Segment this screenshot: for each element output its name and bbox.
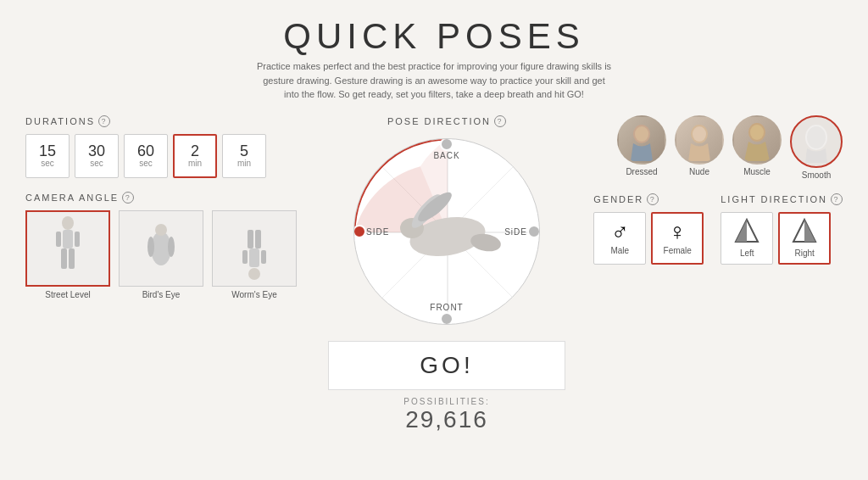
model-dressed[interactable]: Dressed: [617, 115, 666, 180]
possibilities: POSSIBILITIES: 29,616: [403, 397, 489, 433]
gender-light-row: GENDER ? ♂ Male ♀ Female: [580, 193, 843, 265]
main-content: DURATIONS ? 15 sec 30 sec 60 sec 2: [25, 112, 843, 472]
gender-male[interactable]: ♂ Male: [593, 212, 646, 265]
duration-2min[interactable]: 2 min: [173, 134, 217, 178]
camera-street-level[interactable]: Street Level: [25, 210, 110, 299]
durations-label: DURATIONS ?: [25, 115, 314, 127]
svg-point-30: [750, 125, 764, 140]
label-side-left: SIDE: [366, 226, 389, 236]
model-muscle-label: Muscle: [743, 167, 771, 176]
camera-label: CAMERA ANGLE ?: [25, 192, 314, 204]
light-options: Left Right: [721, 212, 843, 265]
svg-point-7: [155, 224, 167, 236]
svg-rect-3: [69, 248, 75, 269]
duration-30sec[interactable]: 30 sec: [75, 134, 119, 178]
possibilities-value: 29,616: [403, 406, 489, 433]
gender-section: GENDER ? ♂ Male ♀ Female: [593, 193, 704, 265]
model-dressed-label: Dressed: [626, 167, 657, 176]
page-title: QUICK POSES: [256, 17, 612, 56]
svg-rect-11: [249, 248, 259, 267]
label-side-right: SiDE: [504, 226, 527, 236]
page-container: QUICK POSES Practice makes perfect and t…: [0, 0, 868, 480]
light-left[interactable]: Left: [721, 212, 773, 265]
svg-point-8: [147, 237, 154, 257]
svg-rect-13: [255, 230, 261, 248]
durations-help[interactable]: ?: [98, 115, 110, 127]
page-subtitle: Practice makes perfect and the best prac…: [256, 59, 612, 102]
model-type-section: Dressed Nude: [580, 115, 843, 180]
svg-rect-1: [63, 230, 73, 248]
svg-point-9: [168, 237, 175, 257]
durations-row: 15 sec 30 sec 60 sec 2 min 5 min: [25, 134, 314, 178]
svg-rect-15: [261, 250, 266, 264]
pose-direction-help[interactable]: ?: [494, 115, 506, 127]
svg-rect-5: [75, 232, 80, 247]
duration-60sec[interactable]: 60 sec: [124, 134, 168, 178]
pose-direction-label: POSE DIRECTION ?: [387, 115, 506, 127]
right-panel: Dressed Nude: [580, 112, 843, 265]
model-smooth[interactable]: Smooth: [790, 115, 843, 180]
model-smooth-label: Smooth: [802, 170, 831, 180]
header: QUICK POSES Practice makes perfect and t…: [256, 17, 612, 102]
gender-label: GENDER ?: [593, 193, 704, 205]
label-back: BACK: [433, 151, 459, 160]
handle-bottom[interactable]: [440, 312, 453, 325]
light-direction-help[interactable]: ?: [831, 193, 843, 205]
svg-rect-12: [248, 230, 253, 248]
svg-point-10: [248, 268, 260, 280]
svg-point-28: [693, 126, 706, 142]
gender-options: ♂ Male ♀ Female: [593, 212, 704, 265]
svg-rect-4: [56, 232, 61, 247]
gender-help[interactable]: ?: [647, 193, 659, 205]
svg-rect-14: [242, 250, 248, 264]
camera-section: CAMERA ANGLE ?: [25, 192, 314, 299]
svg-point-32: [807, 126, 826, 148]
duration-15sec[interactable]: 15 sec: [25, 134, 70, 178]
pose-direction-section: POSE DIRECTION ?: [328, 115, 565, 433]
handle-right[interactable]: [527, 225, 540, 238]
light-section: LIGHT DIRECTION ?: [721, 193, 843, 265]
camera-street-label: Street Level: [45, 290, 90, 299]
go-button[interactable]: GO!: [328, 341, 565, 390]
possibilities-label: POSSIBILITIES:: [403, 397, 489, 406]
svg-point-0: [62, 216, 74, 230]
compass-container: BACK FRONT SIDE SiDE: [349, 134, 544, 329]
light-right[interactable]: Right: [778, 212, 831, 265]
svg-rect-2: [61, 248, 67, 269]
gender-female[interactable]: ♀ Female: [651, 212, 704, 265]
center-panel: POSE DIRECTION ?: [314, 112, 580, 433]
camera-help[interactable]: ?: [122, 192, 134, 204]
model-nude-label: Nude: [689, 167, 709, 176]
camera-worms-eye[interactable]: Worm's Eye: [212, 210, 297, 299]
camera-options: Street Level Bird's Eye: [25, 210, 314, 299]
duration-5min[interactable]: 5 min: [222, 134, 266, 178]
svg-point-26: [635, 126, 648, 142]
left-panel: DURATIONS ? 15 sec 30 sec 60 sec 2: [25, 112, 314, 299]
light-direction-label: LIGHT DIRECTION ?: [721, 193, 843, 205]
camera-worms-label: Worm's Eye: [231, 290, 276, 299]
camera-birds-eye[interactable]: Bird's Eye: [119, 210, 203, 299]
compass-circle: BACK FRONT SIDE SiDE: [353, 138, 540, 325]
model-muscle[interactable]: Muscle: [732, 115, 782, 180]
camera-birds-label: Bird's Eye: [142, 290, 181, 299]
label-front: FRONT: [430, 303, 463, 312]
model-nude[interactable]: Nude: [675, 115, 724, 180]
